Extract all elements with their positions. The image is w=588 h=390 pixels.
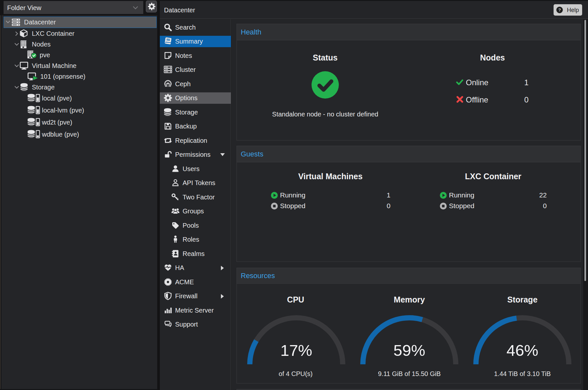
svg-text:?: ? [558,7,561,12]
